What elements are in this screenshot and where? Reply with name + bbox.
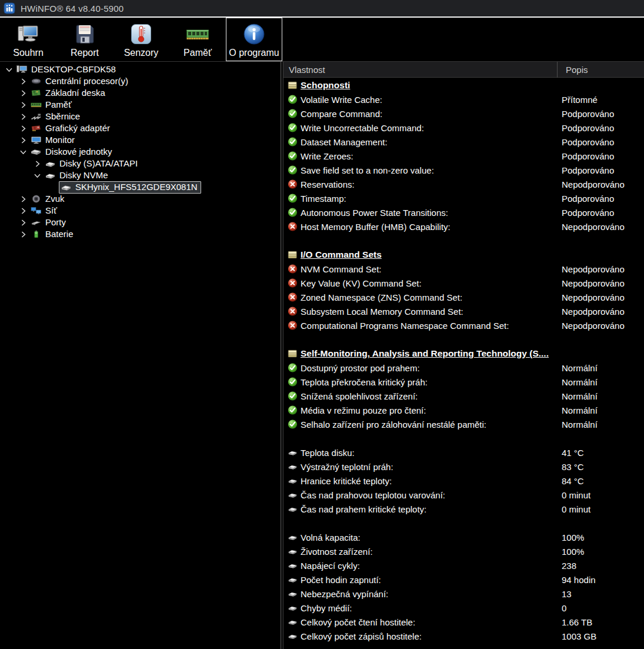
section-cards-icon <box>288 349 298 358</box>
table-row[interactable]: Host Memory Buffer (HMB) Capability:Nepo… <box>283 219 644 234</box>
table-row[interactable]: Selhalo zařízení pro zálohování nestálé … <box>283 417 644 431</box>
sidebar-item-memory[interactable]: Paměť <box>0 99 281 111</box>
section-cards-icon <box>288 250 298 259</box>
sidebar-item-drives[interactable]: Diskové jednotky <box>0 146 281 158</box>
table-row[interactable]: Write Uncorrectable Command:Podporováno <box>283 121 644 135</box>
property-value: Nepodporováno <box>562 179 644 189</box>
sidebar-item-cpu[interactable]: Centrální procesor(y) <box>0 75 281 87</box>
chevron-down-icon[interactable] <box>5 65 14 74</box>
table-row[interactable]: Computational Programs Namespace Command… <box>283 318 644 332</box>
chevron-right-icon[interactable] <box>19 230 28 239</box>
about-info-icon <box>242 22 266 46</box>
chevron-right-icon[interactable] <box>33 159 42 168</box>
property-value: 100% <box>562 547 644 557</box>
table-row[interactable]: Compare Command:Podporováno <box>283 106 644 121</box>
fail-icon <box>288 179 298 189</box>
toolbar-button-label: Report <box>71 48 99 58</box>
sidebar-item-network[interactable]: Síť <box>0 205 281 217</box>
table-row[interactable]: Napájecí cykly:238 <box>283 558 644 573</box>
property-label: Hranice kritické teploty: <box>301 476 562 486</box>
table-row[interactable]: Životnost zařízení:100% <box>283 544 644 558</box>
property-value: Nepodporováno <box>562 321 644 331</box>
disk-icon <box>288 490 298 500</box>
chevron-right-icon[interactable] <box>19 195 28 204</box>
sidebar-item-sata-disks[interactable]: Disky (S)ATA/ATAPI <box>0 158 281 169</box>
table-row[interactable]: Čas nad prahem kritické teploty:0 minut <box>283 502 644 516</box>
table-row[interactable]: Teplota překročena kritický práh:Normáln… <box>283 375 644 389</box>
fail-icon <box>288 222 298 231</box>
table-row[interactable]: Nebezpečná vypínání:13 <box>283 587 644 601</box>
sidebar-item-sound[interactable]: Zvuk <box>0 193 281 205</box>
chevron-right-icon[interactable] <box>19 77 28 86</box>
table-row[interactable]: Dostupný prostor pod prahem:Normální <box>283 361 644 375</box>
table-row[interactable]: Zoned Namespace (ZNS) Command Set:Nepodp… <box>283 290 644 304</box>
table-row[interactable]: Timestamp:Podporováno <box>283 191 644 205</box>
table-row[interactable]: Čas nad prahovou teplotou varování:0 min… <box>283 488 644 502</box>
table-row[interactable]: NVM Command Set:Nepodporováno <box>283 262 644 276</box>
table-header: Vlastnost Popis <box>283 62 644 78</box>
chevron-right-icon[interactable] <box>19 112 28 121</box>
chevron-right-icon[interactable] <box>19 101 28 109</box>
table-row[interactable]: Teplota disku:41 °C <box>283 445 644 460</box>
property-value: Podporováno <box>562 109 644 119</box>
title-bar[interactable]: HWiNFO® 64 v8.40-5900 <box>0 0 644 18</box>
table-section-row[interactable]: Self-Monitoring, Analysis and Reporting … <box>283 347 644 361</box>
sidebar-item-label: Grafický adaptér <box>45 122 110 134</box>
sidebar-item-motherboard[interactable]: Základní deska <box>0 87 281 99</box>
column-header-vlastnost[interactable]: Vlastnost <box>283 65 557 75</box>
property-value: Normální <box>562 363 644 373</box>
toolbar-button-memory[interactable]: Paměť <box>169 18 226 61</box>
sidebar-item-monitor[interactable]: Monitor <box>0 134 281 146</box>
sidebar-item-nvme-disks[interactable]: Disky NVMe <box>0 169 281 181</box>
table-row[interactable]: Dataset Management:Podporováno <box>283 135 644 149</box>
selected-node-box[interactable]: SKHynix_HFS512GDE9X081N <box>59 181 201 194</box>
memory-ram-icon <box>186 22 209 46</box>
table-row[interactable]: Autonomous Power State Transitions:Podpo… <box>283 205 644 219</box>
sidebar-item-gpu[interactable]: Grafický adaptér <box>0 122 281 134</box>
sidebar-item-bus[interactable]: Sběrnice <box>0 111 281 122</box>
property-label: Dataset Management: <box>301 137 562 147</box>
sidebar-item-desktop-root[interactable]: DESKTOP-CBFDK58 <box>0 64 281 75</box>
column-header-popis[interactable]: Popis <box>557 62 644 78</box>
toolbar-button-sensors[interactable]: Senzory <box>113 18 169 61</box>
table-row[interactable]: Key Value (KV) Command Set:Nepodporováno <box>283 276 644 290</box>
table-row[interactable]: Počet hodin zapnutí:94 hodin <box>283 573 644 587</box>
chevron-down-icon[interactable] <box>33 171 42 180</box>
sidebar-item-label: DESKTOP-CBFDK58 <box>31 64 116 75</box>
sidebar-item-nvme-skhynix[interactable]: SKHynix_HFS512GDE9X081N <box>0 181 281 193</box>
table-row[interactable]: Reservations:Nepodporováno <box>283 177 644 191</box>
property-label: Zoned Namespace (ZNS) Command Set: <box>301 292 562 302</box>
table-row[interactable]: Volná kapacita:100% <box>283 530 644 544</box>
chevron-right-icon[interactable] <box>19 124 28 133</box>
table-row[interactable]: Hranice kritické teploty:84 °C <box>283 474 644 488</box>
chevron-right-icon[interactable] <box>19 218 28 227</box>
property-label: Teplota překročena kritický práh: <box>301 377 562 387</box>
property-label: Host Memory Buffer (HMB) Capability: <box>301 222 562 232</box>
table-row[interactable]: Výstražný teplotní práh:83 °C <box>283 460 644 474</box>
chevron-right-icon[interactable] <box>19 207 28 215</box>
fail-icon <box>288 292 298 302</box>
property-label: Self-Monitoring, Analysis and Reporting … <box>301 348 644 359</box>
toolbar-button-report[interactable]: Report <box>56 18 113 61</box>
table-row[interactable]: Subsystem Local Memory Command Set:Nepod… <box>283 304 644 318</box>
table-row[interactable]: Snížená spolehlivost zařízení:Normální <box>283 389 644 403</box>
table-section-row[interactable]: Schopnosti <box>283 78 644 92</box>
sidebar-item-ports[interactable]: Porty <box>0 217 281 228</box>
property-label: Volná kapacita: <box>301 532 562 543</box>
chevron-right-icon[interactable] <box>19 89 28 98</box>
table-row[interactable]: Write Zeroes:Podporováno <box>283 149 644 163</box>
table-row[interactable]: Chyby médií:0 <box>283 601 644 615</box>
table-row[interactable]: Volatile Write Cache:Přítomné <box>283 92 644 106</box>
table-row[interactable]: Média v režimu pouze pro čtení:Normální <box>283 403 644 417</box>
sidebar-item-battery[interactable]: Baterie <box>0 228 281 240</box>
monitor-icon <box>31 135 42 145</box>
toolbar-button-about[interactable]: O programu <box>226 18 282 61</box>
toolbar-button-summary[interactable]: Souhrn <box>0 18 56 61</box>
chevron-right-icon[interactable] <box>19 136 28 145</box>
table-row[interactable]: Celkový počet čtení hostitele:1.66 TB <box>283 615 644 629</box>
table-row[interactable]: Celkový počet zápisů hostitele:1003 GB <box>283 629 644 643</box>
property-value: Normální <box>562 377 644 387</box>
table-row[interactable]: Save field set to a non-zero value:Podpo… <box>283 163 644 177</box>
table-section-row[interactable]: I/O Command Sets <box>283 248 644 262</box>
chevron-down-icon[interactable] <box>19 148 28 157</box>
